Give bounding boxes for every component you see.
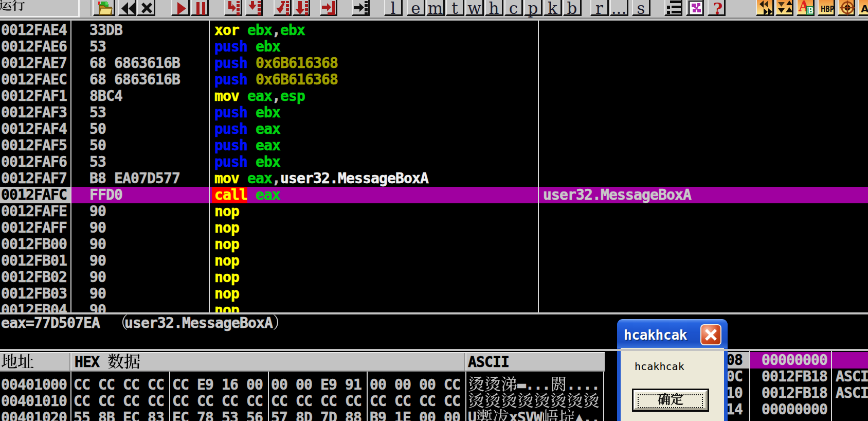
dump-ascii-glyph <box>501 376 517 394</box>
disasm-row[interactable]: 0012FAF18BC4mov eax,esp <box>0 88 868 104</box>
dialog-close-button[interactable] <box>700 324 721 345</box>
disasm-row[interactable]: 0012FAF653push ebx <box>0 154 868 170</box>
disasm-instruction-token <box>239 170 247 187</box>
until-return-button[interactable] <box>320 0 337 16</box>
toolbar-letter-button-dots[interactable]: ... <box>610 0 628 16</box>
disasm-address: 0012FAF3 <box>1 104 67 121</box>
dump-ascii-glyph <box>542 409 558 421</box>
disasm-instruction-token: , <box>272 88 280 104</box>
disasm-row[interactable]: 0012FAFE90nop <box>0 203 868 220</box>
disasm-instruction-token: call <box>212 187 247 203</box>
header-groove-hl <box>70 353 71 371</box>
disasm-instruction-token: nop <box>214 203 239 220</box>
disasm-row[interactable]: 0012FB0290nop <box>0 269 868 286</box>
dump-header-address-glyph <box>17 353 34 372</box>
disasm-row[interactable]: 0012FAEC68 6863616Bpush 0x6B616368 <box>0 72 868 88</box>
disasm-row[interactable]: 0012FAF7B8 EA07D577mov eax,user32.Messag… <box>0 170 868 187</box>
column-separator <box>70 21 71 312</box>
dump-hex-group: CC CC CC CC <box>370 393 460 410</box>
info-pane[interactable]: eax=77D507EA user32.MessageBoxA <box>0 314 868 349</box>
dialog-titlebar[interactable]: hcakhcak <box>617 319 728 348</box>
disassembly-pane[interactable]: 0012FAE433DBxor ebx,ebx0012FAE653push eb… <box>0 21 868 312</box>
disasm-address: 0012FB04 <box>1 302 67 312</box>
message-dialog[interactable]: hcakhcakhcakhcak <box>617 319 728 421</box>
restart-button[interactable] <box>118 0 136 16</box>
disasm-row[interactable]: 0012FB0490nop <box>0 302 868 312</box>
plugin-target-button[interactable] <box>838 0 855 16</box>
dump-ascii: xSVW <box>509 410 542 421</box>
dump-row[interactable]: 00401010CC CC CC CCCC CC CC CCCC CC CC C… <box>0 393 605 410</box>
plugin-updown-button[interactable] <box>775 0 793 16</box>
toolbar-letter-button-s[interactable]: s <box>632 0 650 16</box>
dump-ascii-glyph <box>558 409 575 421</box>
toolbar-letter-button-p[interactable]: p <box>524 0 542 16</box>
dump-header-address-glyph <box>1 353 17 372</box>
column-separator <box>209 21 210 312</box>
animate-over-button[interactable] <box>293 0 310 16</box>
plugin-ab-button[interactable]: AB <box>797 0 815 16</box>
toolbar-letter-button-l[interactable]: l <box>384 0 403 16</box>
toolbar-letter-button-c[interactable]: c <box>504 0 523 16</box>
toolbar-letter-button-b[interactable]: b <box>563 0 582 16</box>
step-over-button[interactable] <box>245 0 263 16</box>
dump-row[interactable]: 0040102055 8B EC 83EC 78 53 5657 8D 7D 8… <box>0 410 605 421</box>
dump-column-line <box>465 372 466 421</box>
disasm-instruction-token: eax <box>256 137 280 154</box>
toolbar-letter-button-e[interactable]: e <box>407 0 425 16</box>
disasm-row[interactable]: 0012FAFCFFD0call eaxuser32.MessageBoxA <box>0 187 868 203</box>
disasm-row[interactable]: 0012FAF550push eax <box>0 137 868 154</box>
disasm-row[interactable]: 0012FB0390nop <box>0 286 868 302</box>
disasm-row[interactable]: 0012FB0090nop <box>0 236 868 253</box>
disasm-instruction-token: , <box>272 22 280 39</box>
disasm-row[interactable]: 0012FAE433DBxor ebx,ebx <box>0 22 868 39</box>
dump-hex-group: 00 00 00 CC <box>370 377 460 393</box>
dump-address: 00401020 <box>1 410 67 421</box>
ok-button[interactable] <box>632 389 709 412</box>
stack-comment: ASCII "hcakhcak" <box>836 369 868 385</box>
disasm-row[interactable]: 0012FAE653push ebx <box>0 39 868 55</box>
disasm-row[interactable]: 0012FAF450push eax <box>0 121 868 137</box>
toolbar-letter-button-w[interactable]: w <box>465 0 484 16</box>
disasm-address: 0012FAE7 <box>1 55 67 72</box>
dump-row[interactable]: 00401000CC CC CC CCCC E9 16 0000 00 E9 9… <box>0 377 605 393</box>
open-file-button[interactable] <box>93 0 115 16</box>
disasm-row[interactable]: 0012FB0190nop <box>0 253 868 269</box>
disasm-bytes: 90 <box>89 286 106 302</box>
svg-text:B: B <box>808 6 813 15</box>
plugin-jump-button[interactable] <box>756 0 774 16</box>
disasm-row[interactable]: 0012FAFF90nop <box>0 220 868 236</box>
disasm-row[interactable]: 0012FAF353push ebx <box>0 104 868 121</box>
dump-column-line <box>268 372 269 421</box>
close-button[interactable] <box>137 0 155 16</box>
dump-ascii: ▲.. <box>575 410 600 421</box>
disasm-bytes: 50 <box>89 121 106 137</box>
view-list-button[interactable] <box>664 0 682 16</box>
animate-into-button[interactable] <box>274 0 292 16</box>
dump-hex-group: CC CC CC CC <box>271 393 361 410</box>
toolbar: lemtwhcpkbr...s?ABHBPAS <box>0 0 868 21</box>
run-button[interactable] <box>171 0 190 16</box>
pause-button[interactable] <box>191 0 209 16</box>
dump-header-hex-glyph <box>124 353 140 372</box>
disasm-instruction-token: eax <box>256 187 280 203</box>
windows-button[interactable] <box>686 0 704 16</box>
toolbar-letter-button-r[interactable]: r <box>590 0 609 16</box>
toolbar-letter-button-h[interactable]: h <box>485 0 503 16</box>
disasm-address: 0012FAF6 <box>1 154 67 170</box>
go-to-user-code-button[interactable] <box>352 0 370 16</box>
toolbar-letter-button-k[interactable]: k <box>544 0 562 16</box>
disasm-instruction-token: push <box>214 104 247 121</box>
disasm-row[interactable]: 0012FAE768 6863616Bpush 0x6B616368 <box>0 55 868 72</box>
toolbar-letter-button-m[interactable]: m <box>426 0 445 16</box>
toolbar-letter-button-t[interactable]: t <box>446 0 464 16</box>
help-button[interactable]: ? <box>708 0 726 16</box>
plugin-as-button[interactable]: AS <box>858 0 868 16</box>
pane-separator <box>0 312 868 314</box>
step-into-button[interactable] <box>224 0 242 16</box>
dump-address: 00401010 <box>1 393 67 410</box>
disasm-instruction-token: xor <box>214 22 239 39</box>
info-pane-text: eax=77D507EA <box>1 315 108 331</box>
plugin-hbp-button[interactable]: HBP <box>818 0 835 16</box>
dump-pane[interactable]: HEX ASCII00401000CC CC CC CCCC E9 16 000… <box>0 351 605 421</box>
disasm-bytes: 68 6863616B <box>89 72 180 88</box>
